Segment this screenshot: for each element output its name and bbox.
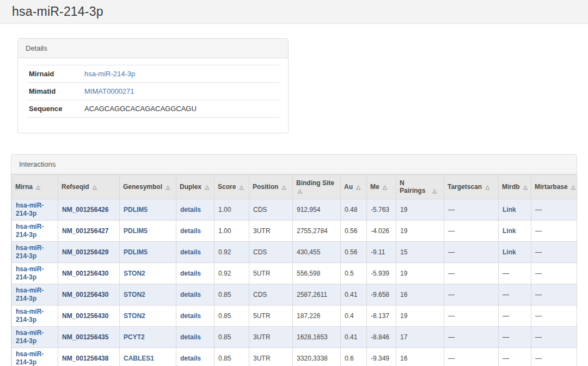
duplex-link[interactable]: details [180,291,201,298]
mirna-link[interactable]: hsa-miR-214-3p [16,329,44,345]
column-header-score[interactable]: Score △ [215,175,249,199]
column-label: Mirna [15,183,33,191]
genesymbol-link[interactable]: STON2 [124,291,145,298]
cell-me: -8.846 [367,327,396,348]
mirna-link[interactable]: hsa-miR-214-3p [16,308,44,324]
genesymbol-link[interactable]: STON2 [124,312,145,320]
mirdb-link[interactable]: Link [503,248,516,256]
sort-icon: △ [571,184,575,190]
cell-mirtarbase: — [531,199,577,221]
cell-mirna: hsa-miR-214-3p [12,221,58,242]
genesymbol-link[interactable]: PDLIM5 [124,227,148,235]
cell-mirtarbase: — [531,263,577,284]
sort-icon: △ [93,184,97,190]
mirna-link[interactable]: hsa-miR-214-3p [16,265,44,281]
genesymbol-link[interactable]: STON2 [124,270,145,277]
interaction-row: hsa-miR-214-3pNM_001256427PDLIM5details1… [12,221,577,242]
column-header-binding_site[interactable]: Binding Site △ [293,175,341,199]
cell-mirdb: — [499,327,531,348]
mirna-link[interactable]: hsa-miR-214-3p [16,244,44,260]
cell-mirna: hsa-miR-214-3p [12,242,58,263]
cell-duplex: details [176,284,215,306]
details-panel-header: Details [18,39,288,58]
duplex-link[interactable]: details [180,270,201,277]
column-header-mirdb[interactable]: Mirdb △ [499,175,531,199]
mirna-link[interactable]: hsa-miR-214-3p [16,286,44,302]
cell-mirdb: — [499,284,531,306]
cell-au: 0.56 [341,242,367,263]
genesymbol-link[interactable]: PCYT2 [124,333,145,341]
cell-position: 3UTR [249,348,293,366]
cell-targetscan: — [444,221,499,242]
cell-position: 5UTR [249,263,293,284]
column-header-mirna[interactable]: Mirna △ [12,175,58,199]
cell-au: 0.6 [341,348,367,366]
cell-n_pairings: 16 [396,284,444,306]
column-header-n_pairings[interactable]: N Pairings △ [396,175,444,199]
cell-au: 0.5 [341,263,367,284]
cell-genesymbol: STON2 [120,284,176,306]
cell-binding_site: 912,954 [293,199,341,221]
cell-genesymbol: STON2 [120,263,176,284]
interaction-row: hsa-miR-214-3pNM_001256430STON2details0.… [12,284,577,306]
cell-position: CDS [249,199,293,221]
cell-position: 3UTR [249,221,293,242]
cell-targetscan: — [444,199,499,221]
cell-mirtarbase: — [531,221,577,242]
cell-genesymbol: STON2 [120,306,176,327]
cell-refseqid: NM_001256430 [58,263,120,284]
sort-icon: △ [298,188,302,194]
column-header-genesymbol[interactable]: Genesymbol △ [120,175,176,199]
genesymbol-link[interactable]: PDLIM5 [124,248,148,256]
duplex-link[interactable]: details [180,355,201,362]
mirdb-link[interactable]: Link [503,227,516,235]
mirna-link[interactable]: hsa-miR-214-3p [16,202,44,217]
cell-score: 1.00 [215,221,249,242]
cell-mirdb: — [499,348,531,366]
genesymbol-link[interactable]: PDLIM5 [124,206,148,213]
column-header-me[interactable]: Me △ [367,175,396,199]
cell-duplex: details [176,263,215,284]
cell-genesymbol: CABLES1 [120,348,176,366]
detail-value-link[interactable]: hsa-miR-214-3p [84,70,135,78]
duplex-link[interactable]: details [180,333,201,341]
details-panel: Details Mirnaidhsa-miR-214-3pMimatidMIMA… [17,38,289,133]
interaction-row: hsa-miR-214-3pNM_001256426PDLIM5details1… [12,199,577,221]
cell-n_pairings: 19 [396,263,444,284]
details-row: SequenceACAGCAGGCACAGACAGGCAGU [27,100,279,118]
mirdb-link[interactable]: Link [503,206,516,213]
detail-value: MIMAT0000271 [82,83,279,100]
column-label: Genesymbol [123,183,162,191]
cell-refseqid: NM_001256426 [58,199,120,221]
column-header-mirtarbase[interactable]: Mirtarbase △ [531,175,577,199]
column-header-duplex[interactable]: Duplex △ [176,175,215,199]
cell-mirna: hsa-miR-214-3p [12,284,58,306]
duplex-link[interactable]: details [180,312,201,320]
cell-me: -5.763 [367,199,396,221]
cell-targetscan: — [444,348,499,366]
cell-duplex: details [176,327,215,348]
detail-value-link[interactable]: MIMAT0000271 [84,87,134,95]
cell-au: 0.4 [341,306,367,327]
cell-genesymbol: PCYT2 [120,327,176,348]
duplex-link[interactable]: details [180,206,201,213]
column-label: Position [253,183,278,191]
cell-n_pairings: 17 [396,327,444,348]
column-header-position[interactable]: Position △ [249,175,293,199]
column-header-targetscan[interactable]: Targetscan △ [444,175,499,199]
genesymbol-link[interactable]: CABLES1 [124,355,154,362]
cell-score: 1.00 [215,199,249,221]
cell-au: 0.56 [341,221,367,242]
cell-targetscan: — [444,284,499,306]
column-label: Mirtarbase [535,183,568,191]
cell-refseqid: NM_001256430 [58,306,120,327]
duplex-link[interactable]: details [180,227,201,235]
column-header-refseqid[interactable]: Refseqid △ [58,175,120,199]
cell-binding_site: 2587,2611 [293,284,341,306]
cell-mirna: hsa-miR-214-3p [12,348,58,366]
mirna-link[interactable]: hsa-miR-214-3p [16,350,44,366]
column-header-au[interactable]: Au △ [341,175,367,199]
mirna-link[interactable]: hsa-miR-214-3p [16,223,44,239]
cell-position: CDS [249,284,293,306]
duplex-link[interactable]: details [180,248,201,256]
